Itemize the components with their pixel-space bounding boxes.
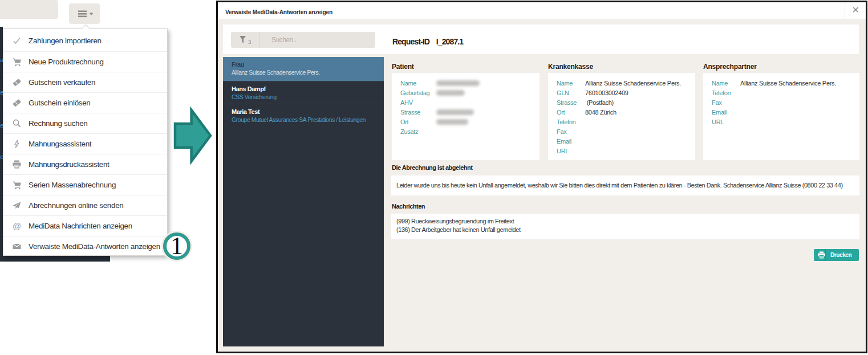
svg-text:@: @	[13, 221, 21, 231]
